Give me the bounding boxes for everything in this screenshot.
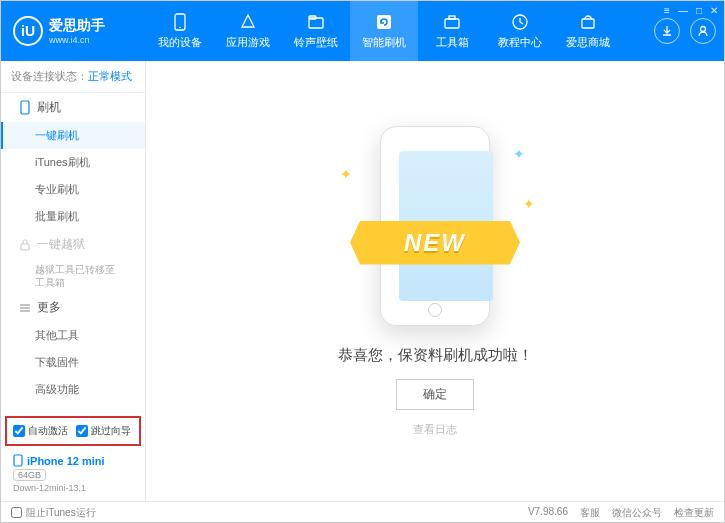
version-label: V7.98.66 <box>528 506 568 520</box>
folder-icon <box>307 13 325 31</box>
device-model: Down-12mini-13,1 <box>13 483 133 493</box>
footer-link-support[interactable]: 客服 <box>580 506 600 520</box>
svg-rect-4 <box>377 15 391 29</box>
ok-button[interactable]: 确定 <box>396 379 474 410</box>
tab-tutorials[interactable]: 教程中心 <box>486 1 554 61</box>
footer: 阻止iTunes运行 V7.98.66 客服 微信公众号 检查更新 <box>1 501 724 523</box>
device-icon <box>13 454 23 467</box>
logo-area: iU 爱思助手 www.i4.cn <box>1 16 146 46</box>
svg-rect-10 <box>21 101 29 114</box>
view-log-link[interactable]: 查看日志 <box>413 422 457 437</box>
tab-apps[interactable]: 应用游戏 <box>214 1 282 61</box>
store-icon <box>579 13 597 31</box>
logo-icon: iU <box>13 16 43 46</box>
lock-icon <box>19 238 31 252</box>
jailbreak-note: 越狱工具已转移至 工具箱 <box>1 259 145 293</box>
app-url: www.i4.cn <box>49 35 105 45</box>
new-ribbon: NEW <box>350 221 520 265</box>
svg-rect-12 <box>14 455 22 466</box>
phone-icon <box>19 100 31 115</box>
svg-rect-6 <box>449 16 455 19</box>
app-name: 爱思助手 <box>49 17 105 35</box>
sidebar-section-more[interactable]: 更多 <box>1 293 145 322</box>
apps-icon <box>239 13 257 31</box>
checkbox-auto-activate[interactable]: 自动激活 <box>13 424 68 438</box>
storage-badge: 64GB <box>13 469 46 481</box>
footer-link-wechat[interactable]: 微信公众号 <box>612 506 662 520</box>
device-icon <box>171 13 189 31</box>
header-actions <box>654 18 716 44</box>
checkbox-skip-guide[interactable]: 跳过向导 <box>76 424 131 438</box>
footer-link-update[interactable]: 检查更新 <box>674 506 714 520</box>
menu-lines-icon <box>19 302 31 314</box>
sidebar: 设备连接状态：正常模式 刷机 一键刷机 iTunes刷机 专业刷机 批量刷机 一… <box>1 61 146 501</box>
user-button[interactable] <box>690 18 716 44</box>
svg-point-9 <box>701 27 706 32</box>
svg-rect-11 <box>21 244 29 250</box>
device-info[interactable]: iPhone 12 mini 64GB Down-12mini-13,1 <box>7 450 139 497</box>
svg-rect-8 <box>582 19 594 28</box>
book-icon <box>511 13 529 31</box>
tab-ringtones[interactable]: 铃声壁纸 <box>282 1 350 61</box>
window-controls: ≡ — □ ✕ <box>664 5 718 16</box>
nav-tabs: 我的设备 应用游戏 铃声壁纸 智能刷机 工具箱 教程中心 爱思商城 <box>146 1 622 61</box>
sidebar-item-batch-flash[interactable]: 批量刷机 <box>1 203 145 230</box>
maximize-icon[interactable]: □ <box>696 5 702 16</box>
svg-rect-5 <box>445 19 459 28</box>
sidebar-item-other-tools[interactable]: 其他工具 <box>1 322 145 349</box>
sidebar-item-oneclick-flash[interactable]: 一键刷机 <box>1 122 145 149</box>
sidebar-section-jailbreak: 一键越狱 <box>1 230 145 259</box>
tab-toolbox[interactable]: 工具箱 <box>418 1 486 61</box>
svg-point-1 <box>179 26 181 28</box>
options-highlighted: 自动激活 跳过向导 <box>5 416 141 446</box>
phone-illustration: ✦ ✦ ✦ NEW <box>370 126 500 326</box>
download-button[interactable] <box>654 18 680 44</box>
connection-status: 设备连接状态：正常模式 <box>1 61 145 93</box>
success-message: 恭喜您，保资料刷机成功啦！ <box>338 346 533 365</box>
tab-smart-flash[interactable]: 智能刷机 <box>350 1 418 61</box>
app-header: ≡ — □ ✕ iU 爱思助手 www.i4.cn 我的设备 应用游戏 铃声壁纸… <box>1 1 724 61</box>
sidebar-item-download-firmware[interactable]: 下载固件 <box>1 349 145 376</box>
toolbox-icon <box>443 13 461 31</box>
tab-my-device[interactable]: 我的设备 <box>146 1 214 61</box>
refresh-icon <box>375 13 393 31</box>
menu-icon[interactable]: ≡ <box>664 5 670 16</box>
device-name-text: iPhone 12 mini <box>27 455 105 467</box>
sidebar-item-advanced[interactable]: 高级功能 <box>1 376 145 403</box>
main-content: ✦ ✦ ✦ NEW 恭喜您，保资料刷机成功啦！ 确定 查看日志 <box>146 61 724 501</box>
close-icon[interactable]: ✕ <box>710 5 718 16</box>
sidebar-item-itunes-flash[interactable]: iTunes刷机 <box>1 149 145 176</box>
block-itunes-checkbox[interactable]: 阻止iTunes运行 <box>11 506 96 520</box>
sidebar-section-flash[interactable]: 刷机 <box>1 93 145 122</box>
tab-store[interactable]: 爱思商城 <box>554 1 622 61</box>
sidebar-item-pro-flash[interactable]: 专业刷机 <box>1 176 145 203</box>
minimize-icon[interactable]: — <box>678 5 688 16</box>
